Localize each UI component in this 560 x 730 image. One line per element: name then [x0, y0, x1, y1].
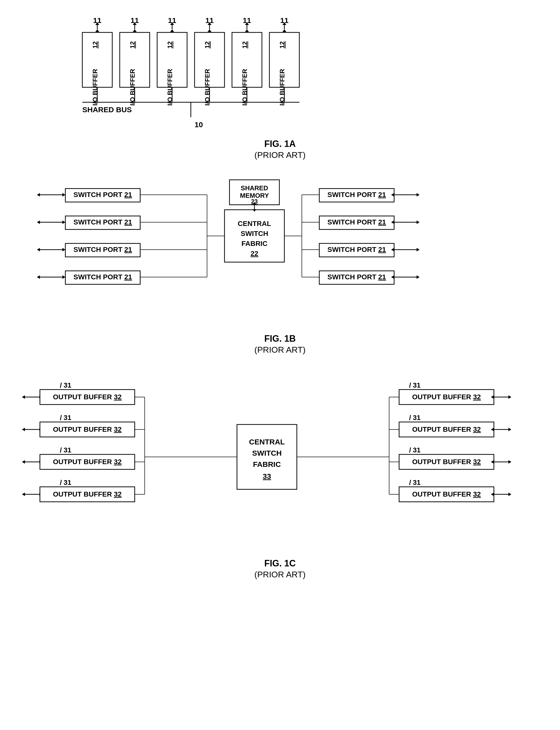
- svg-text:12: 12: [241, 41, 248, 49]
- left-output-buffer-2: / 31 OUTPUT BUFFER 32: [22, 414, 136, 437]
- fig1b-title: FIG. 1B: [20, 334, 540, 344]
- svg-text:SWITCH PORT 21: SWITCH PORT 21: [328, 246, 386, 254]
- svg-text:31: 31: [413, 414, 421, 421]
- svg-text:/: /: [409, 381, 411, 389]
- right-port-4: SWITCH PORT 21: [319, 271, 420, 284]
- svg-marker-208: [508, 492, 511, 496]
- right-output-buffer-3: / 31 OUTPUT BUFFER 32: [398, 446, 511, 469]
- fig1a-diagram: 11 I/O BUFFER 12 11 I/O BUFFER 12 11: [20, 15, 540, 135]
- svg-marker-181: [508, 395, 511, 399]
- svg-text:OUTPUT BUFFER 32: OUTPUT BUFFER 32: [53, 458, 121, 466]
- svg-marker-72: [37, 275, 40, 279]
- left-port-4: SWITCH PORT 21: [37, 271, 140, 284]
- svg-text:/: /: [60, 478, 62, 486]
- fig1b-diagram: SWITCH PORT 21 SWITCH PORT 21 SWITCH POR…: [20, 175, 540, 330]
- svg-text:OUTPUT BUFFER 32: OUTPUT BUFFER 32: [412, 393, 481, 401]
- svg-marker-157: [22, 492, 25, 496]
- svg-marker-139: [22, 428, 25, 431]
- svg-text:12: 12: [204, 41, 211, 49]
- fig1b-section: SWITCH PORT 21 SWITCH PORT 21 SWITCH POR…: [20, 175, 540, 355]
- svg-text:SWITCH PORT 21: SWITCH PORT 21: [74, 273, 132, 281]
- svg-text:/: /: [60, 414, 62, 421]
- svg-text:31: 31: [64, 381, 71, 389]
- svg-text:/: /: [409, 414, 411, 421]
- svg-text:SWITCH: SWITCH: [252, 449, 282, 457]
- svg-text:31: 31: [64, 414, 71, 421]
- svg-text:12: 12: [91, 41, 99, 49]
- svg-text:OUTPUT BUFFER 32: OUTPUT BUFFER 32: [412, 490, 481, 498]
- left-port-1: SWITCH PORT 21: [37, 189, 140, 202]
- left-port-2: SWITCH PORT 21: [37, 216, 140, 230]
- svg-text:FABRIC: FABRIC: [241, 240, 267, 248]
- svg-text:SWITCH PORT 21: SWITCH PORT 21: [74, 218, 132, 226]
- left-output-buffer-1: / 31 OUTPUT BUFFER 32: [22, 381, 136, 404]
- svg-text:OUTPUT BUFFER 32: OUTPUT BUFFER 32: [53, 490, 121, 498]
- svg-text:CENTRAL: CENTRAL: [238, 220, 271, 228]
- svg-text:OUTPUT BUFFER 32: OUTPUT BUFFER 32: [412, 425, 481, 433]
- svg-text:SHARED: SHARED: [241, 184, 268, 192]
- svg-text:22: 22: [250, 250, 258, 258]
- fig1b-subtitle: (PRIOR ART): [20, 345, 540, 355]
- svg-text:31: 31: [413, 446, 421, 454]
- right-output-buffer-2: / 31 OUTPUT BUFFER 32: [398, 414, 511, 437]
- left-output-buffer-3: / 31 OUTPUT BUFFER 32: [22, 446, 136, 469]
- svg-marker-40: [282, 29, 286, 32]
- svg-text:SWITCH PORT 21: SWITCH PORT 21: [328, 191, 386, 199]
- svg-marker-190: [508, 428, 511, 431]
- fig1a-title: FIG. 1A: [20, 139, 540, 149]
- svg-text:OUTPUT BUFFER 32: OUTPUT BUFFER 32: [53, 393, 121, 401]
- svg-text:CENTRAL: CENTRAL: [249, 438, 285, 446]
- svg-marker-58: [62, 193, 65, 197]
- svg-text:/: /: [60, 446, 62, 454]
- svg-marker-62: [37, 221, 40, 224]
- svg-marker-26: [208, 29, 212, 32]
- svg-marker-119: [417, 275, 420, 279]
- svg-text:SWITCH PORT 21: SWITCH PORT 21: [74, 246, 132, 254]
- fig1a-section: 11 I/O BUFFER 12 11 I/O BUFFER 12 11: [20, 15, 540, 160]
- svg-text:31: 31: [64, 478, 71, 486]
- svg-text:SWITCH: SWITCH: [241, 230, 268, 238]
- svg-text:31: 31: [413, 478, 421, 486]
- svg-marker-199: [508, 460, 511, 464]
- svg-marker-104: [417, 193, 420, 197]
- svg-marker-148: [22, 460, 25, 464]
- svg-text:SWITCH PORT 21: SWITCH PORT 21: [74, 191, 132, 199]
- svg-marker-67: [37, 248, 40, 252]
- svg-text:FABRIC: FABRIC: [253, 460, 281, 468]
- fig1c-diagram: CENTRAL SWITCH FABRIC 33 / 31 OUTPUT BUF…: [20, 369, 540, 554]
- fig1c-subtitle: (PRIOR ART): [20, 570, 540, 579]
- svg-text:12: 12: [278, 41, 286, 49]
- svg-text:/: /: [60, 381, 62, 389]
- right-port-1: SWITCH PORT 21: [319, 189, 420, 202]
- svg-marker-73: [62, 275, 65, 279]
- bus-number: 10: [195, 121, 203, 129]
- svg-text:SWITCH PORT 21: SWITCH PORT 21: [328, 218, 386, 226]
- fig1c-section: CENTRAL SWITCH FABRIC 33 / 31 OUTPUT BUF…: [20, 369, 540, 579]
- right-port-2: SWITCH PORT 21: [319, 216, 420, 230]
- svg-marker-63: [62, 221, 65, 224]
- svg-text:12: 12: [129, 41, 136, 49]
- svg-marker-68: [62, 248, 65, 252]
- left-output-buffer-4: / 31 OUTPUT BUFFER 32: [22, 478, 136, 502]
- svg-marker-114: [417, 248, 420, 252]
- svg-text:/: /: [409, 478, 411, 486]
- fig1a-subtitle: (PRIOR ART): [20, 150, 540, 160]
- svg-marker-109: [417, 221, 420, 224]
- svg-text:SWITCH PORT 21: SWITCH PORT 21: [328, 273, 386, 281]
- right-output-buffer-4: / 31 OUTPUT BUFFER 32: [398, 478, 511, 502]
- svg-marker-19: [170, 29, 174, 32]
- svg-text:31: 31: [413, 381, 421, 389]
- svg-marker-57: [37, 193, 40, 197]
- svg-marker-33: [245, 29, 249, 32]
- svg-text:33: 33: [263, 472, 271, 480]
- svg-text:/: /: [409, 446, 411, 454]
- left-port-3: SWITCH PORT 21: [37, 244, 140, 257]
- svg-text:12: 12: [166, 41, 174, 49]
- svg-marker-12: [133, 29, 137, 32]
- right-port-3: SWITCH PORT 21: [319, 244, 420, 257]
- svg-text:OUTPUT BUFFER 32: OUTPUT BUFFER 32: [412, 458, 481, 466]
- svg-text:31: 31: [64, 446, 71, 454]
- shared-bus-label: SHARED BUS: [82, 106, 132, 114]
- svg-marker-5: [95, 29, 99, 32]
- svg-text:OUTPUT BUFFER 32: OUTPUT BUFFER 32: [53, 425, 121, 433]
